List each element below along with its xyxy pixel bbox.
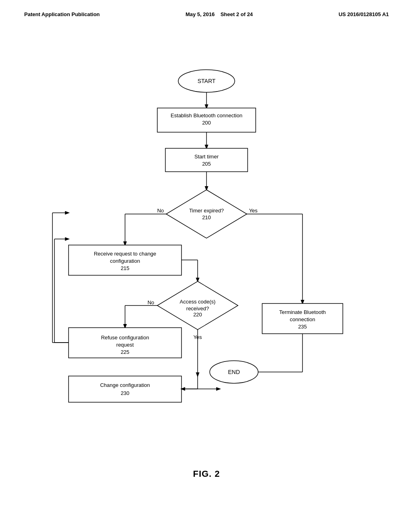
svg-text:No: No <box>148 299 154 305</box>
svg-text:230: 230 <box>121 390 129 396</box>
svg-text:Start timer: Start timer <box>194 154 219 160</box>
svg-text:Change configuration: Change configuration <box>100 382 150 388</box>
svg-text:Terminate Bluetooth: Terminate Bluetooth <box>279 309 326 315</box>
svg-text:Timer expired?: Timer expired? <box>189 208 224 214</box>
svg-text:No: No <box>157 208 164 214</box>
header-right: US 2016/0128105 A1 <box>338 11 389 17</box>
svg-text:connection: connection <box>290 316 315 322</box>
svg-text:225: 225 <box>121 349 129 355</box>
svg-text:200: 200 <box>202 120 211 126</box>
svg-line-59 <box>54 239 69 245</box>
figure-label: FIG. 2 <box>0 465 413 479</box>
svg-text:235: 235 <box>298 324 307 330</box>
svg-text:Access code(s): Access code(s) <box>180 299 216 305</box>
svg-text:configuration: configuration <box>110 258 140 264</box>
svg-text:START: START <box>198 78 216 84</box>
svg-text:Refuse configuration: Refuse configuration <box>101 335 149 341</box>
diagram-container: START Establish Bluetooth connection 200… <box>0 21 413 465</box>
svg-text:215: 215 <box>121 265 129 271</box>
svg-text:END: END <box>228 369 240 375</box>
svg-rect-7 <box>165 148 248 172</box>
svg-text:received?: received? <box>186 305 209 312</box>
page-header: Patent Application Publication May 5, 20… <box>0 0 413 21</box>
svg-text:Yes: Yes <box>249 208 258 214</box>
svg-rect-48 <box>69 376 181 402</box>
svg-text:Establish Bluetooth connection: Establish Bluetooth connection <box>171 112 242 118</box>
svg-text:request: request <box>116 342 134 348</box>
svg-text:220: 220 <box>193 312 202 318</box>
svg-text:Receive request to change: Receive request to change <box>94 251 156 257</box>
header-left: Patent Application Publication <box>24 11 100 17</box>
svg-text:210: 210 <box>202 214 211 220</box>
flowchart-svg: START Establish Bluetooth connection 200… <box>0 21 413 445</box>
svg-marker-11 <box>166 190 247 238</box>
header-middle: May 5, 2016 Sheet 2 of 24 <box>186 11 253 17</box>
svg-text:205: 205 <box>202 161 211 167</box>
